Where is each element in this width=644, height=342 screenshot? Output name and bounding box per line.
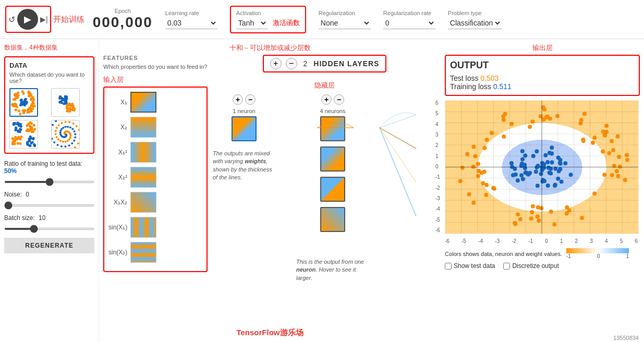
ratio-slider[interactable] — [4, 181, 94, 183]
checkboxes-row: Show test data Discretize output — [445, 262, 640, 270]
regularization-rate-select[interactable]: 00.0010.0030.01 — [383, 17, 435, 29]
batch-slider[interactable] — [4, 228, 94, 230]
layer-2: + − 4 neurons This is the output from on… — [296, 94, 369, 282]
bottom-label: TensorFlow游乐场 — [103, 328, 436, 338]
network-middle: + − 2 HIDDEN LAYERS 隐藏层 + − — [213, 55, 436, 324]
activation-group: Activation TanhReLUSigmoidLinear 激活函数 — [230, 6, 306, 33]
feature-sinx2-thumb[interactable] — [130, 242, 156, 263]
noise-slider[interactable] — [4, 204, 94, 206]
noise-value: 0 — [26, 191, 29, 198]
tick-neg1: -1 — [566, 253, 571, 259]
feature-x1sq-thumb[interactable] — [130, 142, 156, 163]
activation-select[interactable]: TanhReLUSigmoidLinear — [236, 17, 268, 29]
ratio-value: 50% — [4, 167, 17, 175]
input-layer-label: 输入层 — [103, 75, 208, 84]
show-test-data-checkbox[interactable]: Show test data — [445, 262, 495, 270]
regularization-group: Regularization NoneL1L2 — [319, 10, 371, 29]
regularization-select[interactable]: NoneL1L2 — [319, 17, 371, 29]
dataset-grid — [9, 88, 89, 149]
feature-x1x2-thumb[interactable] — [130, 192, 156, 213]
dataset-item-1[interactable] — [9, 88, 38, 117]
problem-type-select[interactable]: ClassificationRegression — [448, 17, 502, 29]
start-train-label: 开始训练 — [53, 15, 84, 25]
step-button[interactable]: ▶| — [40, 15, 48, 23]
hidden-layers-count: 2 — [303, 59, 308, 68]
dataset-item-3[interactable] — [9, 120, 38, 149]
sidebar: 数据集，4种数据集 DATA Which dataset do you want… — [0, 39, 99, 342]
data-card: DATA Which dataset do you want to use? — [4, 56, 94, 154]
tick-1: 1 — [626, 253, 629, 259]
discretize-output-input[interactable] — [503, 263, 510, 270]
features-column: FEATURES Which properties do you want to… — [103, 55, 208, 324]
feature-x2sq-label: X₂² — [108, 174, 127, 181]
reset-button[interactable]: ↺ — [8, 15, 15, 25]
neuron-1-1[interactable] — [232, 116, 257, 141]
layer1-remove-neuron[interactable]: − — [245, 94, 256, 105]
activation-cn-label: 激活函数 — [273, 18, 300, 28]
feature-x2-thumb[interactable] — [130, 117, 156, 138]
feature-sinx2[interactable]: sin(X₂) — [108, 242, 202, 263]
color-bar — [566, 248, 629, 253]
noise-group: Noise: 0 — [4, 191, 94, 208]
feature-x1x2[interactable]: X₁X₂ — [108, 192, 202, 213]
show-test-data-input[interactable] — [445, 263, 452, 270]
header: ↺ ▶ ▶| 开始训练 Epoch 000,000 Learning rate … — [0, 0, 644, 39]
data-subtitle: Which dataset do you want to use? — [9, 71, 89, 84]
features-title: FEATURES — [103, 55, 208, 61]
problem-type-label: Problem type — [448, 10, 502, 16]
feature-sinx1-thumb[interactable] — [130, 217, 156, 238]
feature-x1-thumb[interactable] — [130, 92, 156, 113]
output-title: OUTPUT — [450, 60, 635, 71]
feature-x1sq-label: X₁² — [108, 149, 127, 156]
x-axis: -6-5-4-3-2-1 0123456 — [445, 238, 638, 244]
dataset-label: 数据集，4种数据集 — [4, 43, 94, 52]
features-subtitle: Which properties do you want to feed in? — [103, 63, 208, 71]
main-area: 数据集，4种数据集 DATA Which dataset do you want… — [0, 39, 644, 342]
problem-type-group: Problem type ClassificationRegression — [448, 10, 502, 29]
remove-layer-button[interactable]: − — [286, 58, 297, 69]
feature-sinx1[interactable]: sin(X₁) — [108, 217, 202, 238]
feature-x2sq[interactable]: X₂² — [108, 167, 202, 188]
legend-ticks: -1 0 1 — [566, 253, 629, 259]
feature-x1[interactable]: X₁ — [108, 92, 202, 113]
batch-label: Batch size: 10 — [4, 214, 94, 222]
ratio-group: Ratio of training to test data: 50% — [4, 160, 94, 185]
center-area: 十和－可以增加或减少层数 FEATURES Which properties d… — [99, 39, 441, 342]
test-loss-value: 0.503 — [480, 74, 499, 82]
layer2-add-neuron[interactable]: + — [321, 94, 332, 105]
add-layer-button[interactable]: + — [270, 58, 282, 69]
output-note2: This is the output from one neuron. Hove… — [296, 258, 369, 282]
hidden-label: 隐藏层 — [213, 81, 436, 90]
noise-label: Noise: 0 — [4, 191, 94, 198]
feature-sinx2-label: sin(X₂) — [108, 249, 127, 256]
layer1-add-neuron[interactable]: + — [233, 94, 243, 105]
layer-1: + − 1 neuron The outputs are mixed with … — [213, 94, 275, 182]
play-controls: ↺ ▶ ▶| — [5, 6, 51, 33]
feature-x1x2-label: X₁X₂ — [108, 199, 127, 206]
dataset-item-2[interactable] — [51, 88, 80, 117]
neuron-2-2[interactable] — [320, 146, 345, 172]
legend: Colors shows data, neuron and weight val… — [445, 246, 640, 270]
layer1-controls: + − — [233, 94, 256, 105]
batch-value: 10 — [39, 214, 45, 222]
output-section-label: 输出层 — [445, 43, 640, 53]
training-loss-value: 0.511 — [493, 82, 512, 91]
discretize-output-checkbox[interactable]: Discretize output — [503, 262, 558, 270]
regularization-label: Regularization — [319, 10, 371, 16]
layer2-remove-neuron[interactable]: − — [334, 94, 344, 105]
scatter-plot: 654321 0-1-2-3-4-5-6 -6-5-4-3-2-1 012345… — [445, 100, 640, 236]
feature-x2sq-thumb[interactable] — [130, 167, 156, 188]
play-button[interactable]: ▶ — [17, 9, 38, 30]
neuron-2-1[interactable] — [320, 116, 345, 141]
layer2-controls: + − — [321, 94, 344, 105]
feature-x2[interactable]: X₂ — [108, 117, 202, 138]
neuron-2-3[interactable] — [320, 177, 345, 202]
epoch-group: Epoch 000,000 — [93, 8, 153, 31]
feature-x1sq[interactable]: X₁² — [108, 142, 202, 163]
regenerate-button[interactable]: REGENERATE — [4, 238, 94, 253]
neuron-2-4[interactable] — [320, 207, 345, 232]
discretize-output-label: Discretize output — [512, 262, 558, 270]
learning-rate-select[interactable]: 0.030.010.10.31 — [165, 17, 217, 29]
legend-row: Colors shows data, neuron and weight val… — [445, 248, 640, 259]
dataset-item-4[interactable] — [51, 120, 80, 149]
